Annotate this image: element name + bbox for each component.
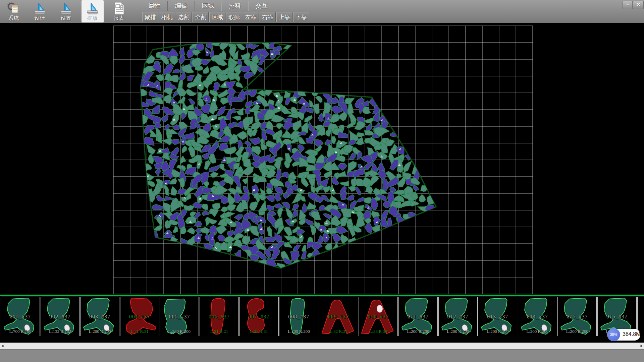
toolbar-button-design[interactable]: 设计 bbox=[29, 0, 51, 22]
thumbnail-piece-003[interactable]: 003_#37 L:200 R:200 bbox=[80, 297, 119, 336]
toolbar-button-label: 系统 bbox=[3, 15, 25, 21]
tool-button-snap-top[interactable]: 上靠 bbox=[276, 12, 292, 22]
toolbar-button-layout[interactable]: 排版 bbox=[82, 0, 104, 22]
piece-label: 010_#37 bbox=[359, 314, 397, 320]
toolbar-button-label: 设计 bbox=[29, 15, 51, 21]
piece-count: L:31 R:31 bbox=[240, 329, 278, 334]
piece-count: L:31 R:31 bbox=[120, 329, 159, 334]
minimize-button[interactable]: − bbox=[623, 1, 633, 9]
piece-count: L:200 R:200 bbox=[518, 329, 557, 334]
piece-label: 012_#37 bbox=[439, 314, 477, 320]
piece-label: 009_#37 bbox=[319, 314, 358, 320]
tool-button-region[interactable]: 区域 bbox=[209, 12, 225, 22]
menu-item-interact[interactable]: 交互 bbox=[248, 1, 275, 11]
thumbnail-piece-015[interactable]: 015_#37 L:200 R:200 bbox=[557, 297, 597, 336]
thumbnail-piece-010[interactable]: 010_#37 L:33 R:33 bbox=[359, 297, 398, 336]
toolbar-button-system[interactable]: 系统 bbox=[3, 0, 25, 22]
piece-count: L:200 R:200 bbox=[558, 329, 596, 334]
tool-button-cluster-nest[interactable]: 聚排 bbox=[142, 12, 158, 22]
piece-count: L:200 R:200 bbox=[80, 329, 119, 334]
main-toolbar: 系统 设计 设置 排版 bbox=[0, 0, 644, 23]
menu-item-edit[interactable]: 编辑 bbox=[168, 1, 195, 11]
toolbar-button-label: 排版 bbox=[82, 15, 104, 21]
piece-label: 008_#37 bbox=[279, 314, 318, 320]
progress-badge: 38% bbox=[607, 328, 620, 341]
piece-count: L:200 R:200 bbox=[439, 329, 477, 334]
scroll-right-arrow[interactable]: > bbox=[638, 343, 644, 350]
thumbnail-piece-012[interactable]: 012_#37 L:200 R:200 bbox=[438, 297, 478, 336]
piece-label: 003_#37 bbox=[80, 314, 119, 320]
piece-count: L:200 R:200 bbox=[160, 329, 199, 334]
thumbnail-scrollbar[interactable]: < > bbox=[0, 343, 644, 349]
thumbnail-piece-002[interactable]: 002_#37 L:132 R:132 bbox=[41, 297, 80, 336]
piece-count: L:200 R:200 bbox=[478, 329, 517, 334]
memory-value: 384.8M bbox=[623, 331, 640, 337]
piece-label: 001_#37 bbox=[1, 314, 40, 320]
thumbnail-piece-011[interactable]: 011_#37 L:200 R:200 bbox=[398, 297, 438, 336]
piece-count: L:33 R:33 bbox=[359, 329, 397, 334]
thumbnail-piece-013[interactable]: 013_#37 L:200 R:200 bbox=[478, 297, 517, 336]
piece-count: L:700 R:700 bbox=[1, 329, 40, 334]
tool-bar: 聚排 相机 选割 全割 区域 瑕疵 左靠 右靠 上靠 下靠 bbox=[142, 12, 310, 22]
close-button[interactable]: ✕ bbox=[633, 1, 644, 9]
toolbar-button-report[interactable]: 报表 bbox=[108, 0, 130, 22]
layout-icon bbox=[86, 2, 99, 15]
tool-button-snap-left[interactable]: 左靠 bbox=[243, 12, 259, 22]
tool-button-snap-bottom[interactable]: 下靠 bbox=[293, 12, 309, 22]
piece-label: 006_#37 bbox=[200, 314, 238, 320]
toolbar-button-settings[interactable]: 设置 bbox=[55, 0, 77, 22]
report-icon bbox=[112, 2, 126, 15]
settings-icon bbox=[59, 2, 73, 15]
tool-button-select-cut[interactable]: 选割 bbox=[176, 12, 192, 22]
piece-label: 004_#37 bbox=[120, 314, 159, 320]
thumbnail-piece-006[interactable]: 006_#37 L:21 R:21 bbox=[200, 297, 239, 336]
menu-item-nesting[interactable]: 排料 bbox=[221, 1, 248, 11]
piece-count: L:21 R:21 bbox=[200, 329, 238, 334]
piece-label: 011_#37 bbox=[399, 314, 437, 320]
piece-label: 007_#37 bbox=[240, 314, 278, 320]
piece-count: L:200 R:200 bbox=[399, 329, 437, 334]
tool-button-camera[interactable]: 相机 bbox=[159, 12, 175, 22]
menu-item-region[interactable]: 区域 bbox=[195, 1, 221, 11]
tool-button-snap-right[interactable]: 右靠 bbox=[260, 12, 276, 22]
toolbar-button-label: 报表 bbox=[108, 15, 130, 21]
thumbnail-piece-004[interactable]: 004_#37 L:31 R:31 bbox=[120, 297, 159, 336]
scroll-left-arrow[interactable]: < bbox=[0, 343, 6, 350]
thumbnail-piece-001[interactable]: 001_#37 L:700 R:700 bbox=[1, 297, 40, 336]
piece-count: L:32 R:31 bbox=[319, 329, 358, 334]
piece-label: 015_#37 bbox=[558, 314, 596, 320]
tool-button-cut-all[interactable]: 全割 bbox=[193, 12, 209, 22]
thumbnail-piece-014[interactable]: 014_#37 L:200 R:200 bbox=[518, 297, 557, 336]
thumbnail-piece-005[interactable]: 005_#37 L:200 R:200 bbox=[160, 297, 199, 336]
toolbar-button-label: 设置 bbox=[55, 15, 77, 21]
system-icon bbox=[7, 2, 20, 15]
piece-count: L:132 R:132 bbox=[41, 329, 79, 334]
thumbnail-piece-008[interactable]: 008_#37 L:200 R:200 bbox=[279, 297, 318, 336]
thumbnail-piece-009[interactable]: 009_#37 L:32 R:31 bbox=[319, 297, 358, 336]
piece-label: 016_#37 bbox=[598, 314, 636, 320]
menu-bar: 属性 编辑 区域 排料 交互 bbox=[141, 1, 275, 11]
menu-item-properties[interactable]: 属性 bbox=[141, 1, 168, 11]
design-icon bbox=[33, 2, 47, 15]
status-bar bbox=[0, 349, 644, 362]
nesting-drawing bbox=[0, 23, 644, 295]
piece-label: 002_#37 bbox=[41, 314, 79, 320]
tool-button-defect[interactable]: 瑕疵 bbox=[226, 12, 242, 22]
piece-label: 005_#37 bbox=[160, 314, 199, 320]
piece-label: 017_#37 bbox=[638, 314, 644, 320]
piece-thumbnail-strip: 001_#37 L:700 R:700 002_#37 L:132 R:132 … bbox=[0, 297, 644, 343]
piece-count: L:200 R:200 bbox=[279, 329, 318, 334]
nesting-canvas[interactable] bbox=[0, 23, 644, 295]
piece-label: 013_#37 bbox=[478, 314, 517, 320]
piece-label: 014_#37 bbox=[518, 314, 557, 320]
thumbnail-piece-007[interactable]: 007_#37 L:31 R:31 bbox=[239, 297, 279, 336]
